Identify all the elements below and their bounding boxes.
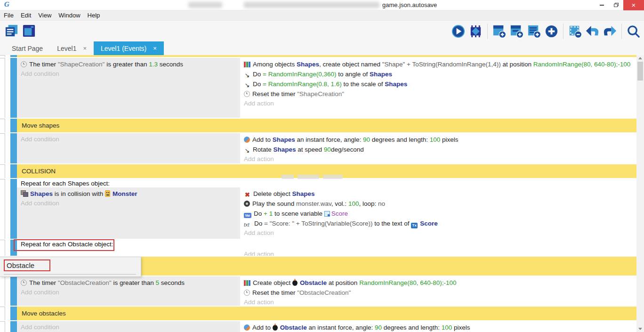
add-add-condition[interactable]: Add condition [21,199,236,208]
text-segment: Shapes [30,190,53,197]
project-manager-icon[interactable] [4,24,19,38]
menu-help[interactable]: Help [88,12,100,19]
event-text-line[interactable]: Shapes is in collision with Monster [21,189,236,199]
add-add-action[interactable]: Add action [244,250,633,256]
event-text-line[interactable]: Create object Obstacle at position Rando… [244,278,633,288]
event-text-line[interactable]: txtDo = "Score: " + ToString(Variable(Sc… [244,219,633,228]
event-handle[interactable] [10,179,17,239]
event-text-line[interactable]: Among objects Shapes, create object name… [244,59,633,69]
event-text-line[interactable]: Play the sound monster.wav, vol.: 100, l… [244,199,633,209]
title-bar: G game.json.autosave × [0,0,644,10]
restore-button[interactable] [609,0,622,10]
event-text-line[interactable]: Reset the timer "ObstacleCreation" [244,288,633,298]
comment-text[interactable]: Move shapes [17,119,636,132]
event-text-line[interactable]: Add to Shapes an instant force, angle: 9… [244,135,633,145]
text-segment: an instant force, angle: [307,324,375,331]
event-handle[interactable] [10,55,17,57]
add-add-condition[interactable]: Add condition [21,288,236,297]
event-text-line[interactable]: ↘Do = RandomInRange(0,360) to angle of S… [244,69,633,79]
event-text-line[interactable]: Add to Obstacle an instant force, angle:… [244,323,633,332]
text-segment: Among objects [253,61,297,68]
scene-editor-icon[interactable] [22,24,36,38]
event-text-line[interactable]: ↘Do = RandomInRange(0.8, 1.6) to the sca… [244,79,633,89]
redo-icon[interactable] [603,24,617,39]
text-segment: at position [327,279,359,286]
menu-edit[interactable]: Edit [21,12,31,19]
event-handle[interactable] [10,133,17,163]
event-handle[interactable] [10,58,17,118]
event-row[interactable]: Add conditionAdd to Shapes an instant fo… [0,133,636,163]
undo-icon[interactable] [585,24,600,39]
add-add-action[interactable]: Add action [244,228,633,238]
text-segment: seconds [158,61,183,68]
timer-icon [21,280,27,286]
add-other-event-icon[interactable] [544,24,559,39]
delete-selection-icon[interactable] [568,24,582,39]
text-segment: "ShapeCreation" [58,61,105,68]
menu-window[interactable]: Window [58,12,80,19]
text-segment: Shapes [274,146,296,153]
scroll-thumb[interactable] [637,62,643,81]
close-tab-icon[interactable]: × [83,45,87,52]
add-add-condition[interactable]: Add condition [21,323,236,332]
text-segment: "Shape" + ToString(RandomInRange(1,4)) [382,61,501,68]
event-text-line[interactable]: ↘Rotate Shapes at speed 90deg/second [244,145,633,154]
add-comment-icon[interactable] [527,24,541,39]
text-segment: = RandomInRange(0,360) [263,71,336,78]
event-text-line[interactable]: VarDo + 1 to scene variable Score [244,209,633,219]
event-handle[interactable] [10,307,17,320]
text-segment: to angle of [337,71,370,78]
repeat-for-each-label[interactable]: Repeat for each Shapes object: [17,179,636,187]
text-segment: RandomInRange(80, 640-80);-100 [533,61,630,68]
tab-start-page[interactable]: Start Page [5,41,50,55]
event-handle[interactable] [10,119,17,132]
timer-icon [244,290,250,296]
add-add-action[interactable]: Add action [244,99,633,108]
event-row[interactable]: The timer "ObstacleCreation" is greater … [0,276,636,306]
close-tab-icon[interactable]: × [153,45,157,52]
text-segment: Obstacle [300,279,327,286]
tab-level1-events[interactable]: Level1 (Events)× [94,41,164,55]
event-handle[interactable] [10,164,17,178]
add-add-action[interactable]: Add action [244,298,633,306]
scroll-up-icon[interactable] [638,57,642,59]
text-segment: = RandomInRange(0.8, 1.6) [263,81,342,88]
event-row[interactable]: Add conditionAdd to Obstacle an instant … [0,321,636,332]
event-text-line[interactable]: The timer "ShapeCreation" is greater tha… [21,59,236,69]
event-row[interactable]: The timer "ShapeCreation" is greater tha… [0,58,636,118]
tab-level1[interactable]: Level1× [50,41,94,55]
close-button[interactable]: × [623,0,644,10]
text-segment: RandomInRange(80, 640-80);-100 [359,279,456,286]
add-add-condition[interactable]: Add condition [21,135,236,144]
add-sub-event-icon[interactable] [509,24,524,39]
actions-column: Create object Obstacle at position Rando… [240,276,636,306]
toolbar-separator [563,24,564,39]
event-handle[interactable] [10,276,17,306]
debugger-icon[interactable] [468,24,483,39]
menu-view[interactable]: View [38,12,51,19]
event-row[interactable]: Repeat for each Shapes object:Shapes is … [0,179,636,239]
event-text-line[interactable]: Reset the timer "ShapeCreation" [244,89,633,99]
object-name-input[interactable]: Obstacle [4,259,50,271]
text-segment: Add to [252,136,273,143]
event-text-line[interactable]: ✖Delete object Shapes [244,189,633,199]
tab-label: Level1 [57,45,76,52]
text-segment: Reset the timer [252,90,297,97]
comment-text[interactable] [17,55,636,57]
menu-file[interactable]: File [4,12,14,19]
event-handle[interactable] [10,321,17,332]
rotate-icon: ↘ [244,147,250,154]
event-text-line[interactable]: The timer "ObstacleCreation" is greater … [21,278,236,288]
scroll-down-icon[interactable] [638,328,642,330]
vertical-scrollbar[interactable] [636,55,644,332]
add-event-icon[interactable] [492,24,507,39]
comment-row[interactable]: Move shapes [0,119,636,132]
event-gutter [0,55,10,57]
add-add-condition[interactable]: Add condition [21,69,236,79]
search-icon[interactable] [626,24,641,39]
comment-row[interactable]: Move obstacles [0,307,636,320]
add-add-action[interactable]: Add action [244,154,633,163]
minimize-button[interactable] [595,0,608,10]
comment-text[interactable]: Move obstacles [17,307,636,320]
preview-play-icon[interactable] [451,24,466,39]
